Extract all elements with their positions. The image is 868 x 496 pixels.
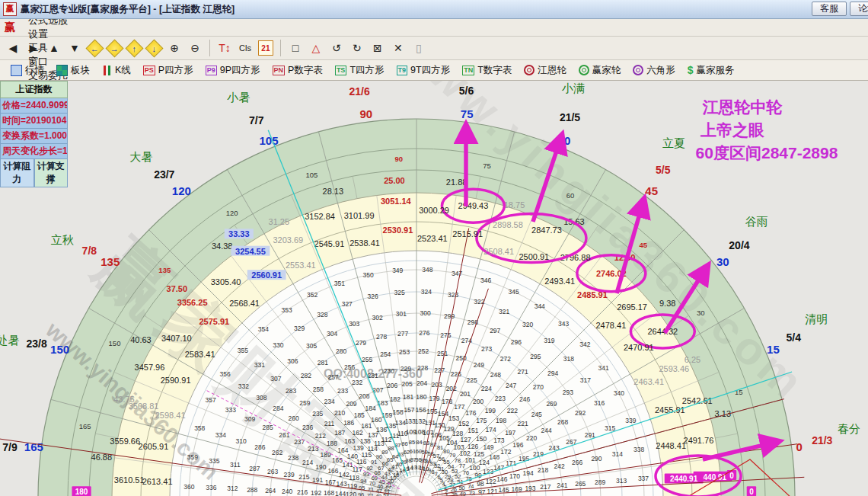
tool-江恩轮[interactable]: 江恩轮 [518,60,573,80]
svg-text:325: 325 [394,289,405,296]
tool-六角形[interactable]: 六角形 [627,60,681,80]
toolbar-button-8[interactable]: ⊕ [164,38,184,58]
svg-text:150: 150 [50,343,69,356]
svg-text:3356.25: 3356.25 [177,298,208,307]
svg-text:346: 346 [480,277,491,284]
toolbar-button-5[interactable]: → [105,39,123,57]
tool-赢家服务[interactable]: $赢家服务 [681,60,741,80]
svg-text:89: 89 [381,449,388,456]
tool-P数字表[interactable]: PNP数字表 [266,60,329,80]
tool-T四方形[interactable]: TST四方形 [329,60,391,80]
svg-text:21/3: 21/3 [812,434,832,446]
toolbar-button-21[interactable]: ▯ [409,38,429,58]
svg-text:323: 323 [448,291,458,299]
svg-text:2493.41: 2493.41 [544,277,575,286]
svg-text:168: 168 [324,489,334,496]
svg-text:297: 297 [490,327,500,334]
svg-text:311: 311 [230,461,241,469]
svg-text:40.63: 40.63 [130,335,152,344]
toolbar-button-6[interactable]: ↑ [125,39,143,57]
svg-text:3305.40: 3305.40 [211,277,241,286]
svg-text:30: 30 [697,309,705,317]
toolbar-button-19[interactable]: ⊠ [368,38,388,58]
tool-label: 9P四方形 [220,64,260,77]
svg-text:251: 251 [437,350,448,357]
svg-text:199: 199 [485,407,496,414]
svg-text:132: 132 [415,418,426,425]
svg-text:84: 84 [416,439,422,446]
svg-text:336: 336 [206,484,216,491]
svg-text:170: 170 [509,472,520,480]
svg-text:187: 187 [334,429,345,437]
toolbar-button-15[interactable]: □ [286,38,305,58]
partial-button[interactable]: 论坛 [850,2,868,16]
toolbar-button-0[interactable]: ◀ [3,38,23,58]
tool-板块[interactable]: 板块 [50,60,96,80]
9T四方形-icon: T9 [397,66,408,75]
svg-text:151: 151 [468,427,478,434]
toolbar-button-1[interactable]: ▶ [24,38,43,58]
svg-text:345: 345 [508,288,519,296]
svg-text:209: 209 [346,400,356,408]
svg-text:280: 280 [336,347,346,355]
toolbar-button-16[interactable]: △ [306,38,326,58]
main-toolbar: ◀▶▲▼←→↑↓⊕⊖T↕Cls21□△↺↻⊠✕▯ [0,37,868,60]
svg-text:154: 154 [438,410,448,418]
svg-text:252: 252 [418,347,429,355]
svg-text:343: 343 [558,320,569,328]
svg-text:5/6: 5/6 [459,85,474,97]
svg-text:33.33: 33.33 [228,229,250,238]
svg-text:278: 278 [376,333,387,341]
svg-text:61: 61 [410,448,416,455]
toolbar-button-4[interactable]: ← [85,39,104,57]
svg-text:31.25: 31.25 [269,217,290,226]
toolbar-button-20[interactable]: ✕ [388,38,408,58]
tool-P四方形[interactable]: PSP四方形 [137,60,199,80]
customer-service-button[interactable]: 客服 [812,2,847,16]
9P四方形-icon: P9 [206,66,217,75]
svg-text:2644.32: 2644.32 [647,327,678,336]
tool-T数字表[interactable]: TNT数字表 [456,60,518,80]
svg-text:213: 213 [308,445,318,453]
svg-text:281: 281 [318,359,328,366]
toolbar-button-3[interactable]: ▼ [65,38,85,58]
toolbar-button-11[interactable]: T↕ [215,38,235,58]
calc-resistance-button[interactable]: 计算阻力 [0,159,34,187]
svg-text:287: 287 [249,465,260,472]
svg-text:156: 156 [415,406,426,414]
svg-text:338: 338 [633,446,644,453]
svg-text:282: 282 [301,372,311,379]
toolbar-button-18[interactable]: ↻ [347,38,367,58]
toolbar-button-17[interactable]: ↺ [327,38,346,58]
svg-text:318: 318 [563,355,574,363]
tool-label: 六角形 [646,64,675,77]
svg-text:21/5: 21/5 [560,111,580,123]
svg-text:158: 158 [393,408,404,416]
tool-行情[interactable]: 行情 [5,60,50,80]
tool-K线[interactable]: K线 [96,60,137,80]
tool-9T四方形[interactable]: T99T四方形 [391,60,457,80]
calc-support-button[interactable]: 计算支撑 [34,159,69,187]
tool-赢家轮[interactable]: 赢家轮 [573,60,627,80]
toolbar-button-7[interactable]: ↓ [145,39,163,57]
svg-text:120: 120 [226,209,238,217]
svg-text:3254.55: 3254.55 [235,247,266,256]
toolbar-button-13[interactable]: 21 [258,40,273,56]
tool-9P四方形[interactable]: P99P四方形 [199,60,266,80]
svg-text:217: 217 [540,483,550,491]
svg-text:327: 327 [342,300,353,308]
toolbar-button-12[interactable]: Cls [235,38,255,58]
svg-text:162: 162 [353,429,363,437]
svg-text:258: 258 [313,386,324,393]
toolbar-button-9[interactable]: ⊖ [185,38,205,58]
svg-text:293: 293 [563,389,573,396]
svg-text:193: 193 [525,485,535,492]
svg-text:255: 255 [362,356,372,363]
svg-text:279: 279 [356,339,366,347]
svg-text:225: 225 [466,376,477,384]
svg-text:大暑: 大暑 [129,150,152,163]
toolbar-button-2[interactable]: ▲ [44,38,64,58]
svg-text:30: 30 [716,255,729,268]
gann-wheel[interactable]: 赢家财富网www.yingjia360.comwww.yingjia360.co… [0,81,868,496]
svg-text:2590.91: 2590.91 [161,376,191,385]
